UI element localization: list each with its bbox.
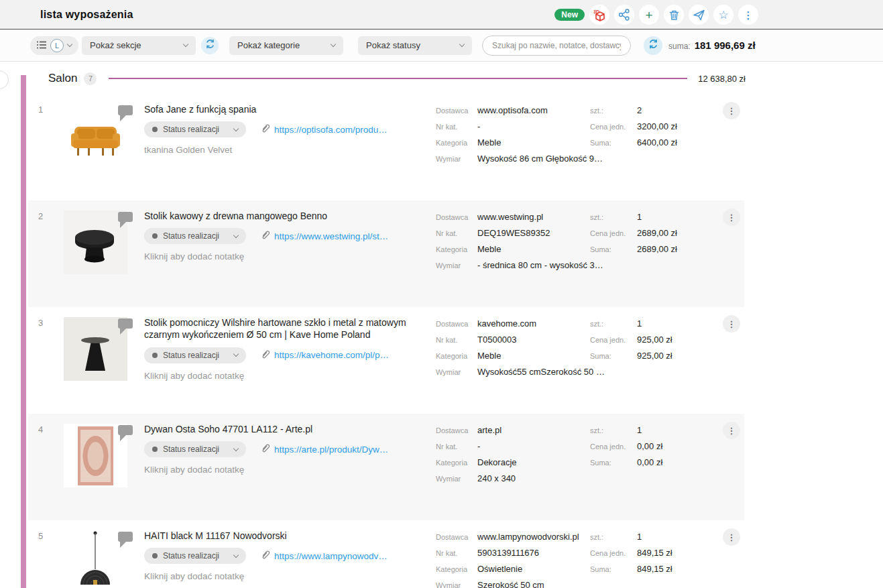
catalog-value: 5903139111676 [477,548,579,558]
item-pricing: szt.: 1 Cena jedn. 2689,00 zł Suma: 2689… [590,212,677,254]
unit-price-value[interactable]: 0,00 zł [637,441,662,451]
category-value: Dekoracje [477,457,517,467]
catalog-value: DEQ19WES89352 [477,228,603,238]
status-label: Status realizacji [163,551,219,561]
refresh-button[interactable] [644,36,662,55]
item-row: 5 HAITI black M 11167 Nowodvorski Status… [28,520,744,588]
item-note[interactable]: tkanina Golden Velvet [144,145,439,155]
item-number: 1 [38,105,43,115]
comment-bubble-icon[interactable] [118,212,133,222]
comment-bubble-icon[interactable] [118,105,133,115]
item-details: Dostawca www.optisofa.com Nr kat. - Kate… [436,105,603,164]
status-dropdown[interactable]: Status realizacji [144,121,246,137]
total-value: 6400,00 zł [637,137,677,148]
supplier-value: arte.pl [477,425,517,435]
status-label: Status realizacji [163,445,219,454]
unit-price-value[interactable]: 3200,00 zł [637,121,677,131]
view-switcher[interactable]: L [30,36,78,55]
unit-price-value[interactable]: 2689,00 zł [637,228,677,238]
list-content: Salon 7 12 638,80 zł 1 Sofa Jane z funkc… [0,68,883,588]
item-link[interactable]: https://www.lampynowodv… [274,551,388,561]
item-link[interactable]: https://optisofa.com/produ… [274,125,388,135]
chevron-down-icon [233,552,239,558]
category-value: Meble [477,351,605,361]
row-menu-button[interactable]: ⋮ [723,528,740,546]
status-dot-icon [152,353,158,358]
sync-sections-button[interactable] [201,37,219,54]
qty-value[interactable]: 1 [637,212,677,222]
unit-price-label: Cena jedn. [590,123,637,131]
item-note[interactable]: Kliknij aby dodać notatkę [144,465,439,475]
share-button[interactable] [614,5,634,25]
status-label: Status realizacji [163,351,219,360]
item-title[interactable]: Dywan Osta Soho 47701 LA112 - Arte.pl [144,423,439,435]
comment-bubble-icon[interactable] [118,318,133,329]
dimensions-label: Wymiar [436,475,477,483]
cube-3d-button[interactable]: 3D [589,5,609,25]
item-main: Stolik pomocniczy Wilshire hartowane szk… [144,316,439,381]
more-button[interactable]: ⋮ [738,5,758,25]
delete-button[interactable] [664,5,684,25]
star-icon: ☆ [718,9,728,21]
total-value: 849,15 zł [637,564,672,574]
item-details: Dostawca www.lampynowodvorski.pl Nr kat.… [436,532,579,588]
catalog-value: - [477,121,603,131]
categories-filter[interactable]: Pokaż kategorie [229,36,343,55]
total-label: Suma: [590,352,637,360]
list-view-icon [37,40,46,52]
qty-value[interactable]: 1 [637,318,672,329]
chevron-down-icon [459,42,465,47]
kebab-menu-icon: ⋮ [744,10,754,20]
comment-bubble-icon[interactable] [118,425,133,435]
row-menu-button[interactable]: ⋮ [723,102,740,119]
item-link[interactable]: https://arte.pl/produkt/Dyw… [274,445,388,455]
section-name[interactable]: Salon [48,72,77,85]
status-dot-icon [152,233,158,239]
item-main: HAITI black M 11167 Nowodvorski Status r… [144,530,439,581]
row-menu-button[interactable]: ⋮ [723,422,740,439]
page-title: lista wyposażenia [40,9,133,21]
item-link[interactable]: https://kavehome.com/pl/p… [274,350,389,360]
status-dropdown[interactable]: Status realizacji [144,441,246,457]
unit-price-value[interactable]: 849,15 zł [637,548,672,558]
unit-price-label: Cena jedn. [590,443,637,451]
unit-price-label: Cena jedn. [590,549,637,557]
search-input[interactable] [482,36,631,56]
status-dropdown[interactable]: Status realizacji [144,548,246,564]
item-note[interactable]: Kliknij aby dodać notatkę [144,371,439,381]
row-menu-button[interactable]: ⋮ [723,315,740,333]
qty-value[interactable]: 1 [637,425,662,435]
qty-label: szt.: [590,533,637,541]
item-note[interactable]: Kliknij aby dodać notatkę [144,571,439,581]
statuses-filter[interactable]: Pokaż statusy [358,36,472,55]
qty-value[interactable]: 2 [637,105,677,115]
section-header: Salon 7 12 638,80 zł [48,68,746,89]
status-dropdown[interactable]: Status realizacji [144,228,246,244]
item-title[interactable]: Sofa Jane z funkcją spania [144,103,439,115]
status-dropdown[interactable]: Status realizacji [144,347,246,363]
send-button[interactable] [689,5,709,25]
item-link[interactable]: https://www.westwing.pl/st… [274,231,388,241]
item-title[interactable]: Stolik pomocniczy Wilshire hartowane szk… [144,316,439,341]
chevron-down-icon [183,42,188,47]
item-title[interactable]: Stolik kawowy z drewna mangowego Benno [144,210,439,222]
qty-label: szt.: [590,426,637,434]
qty-value[interactable]: 1 [637,532,672,542]
collapse-handle[interactable] [0,70,9,89]
dimensions-value: Wysokość 86 cm Głębokość 9… [477,154,603,164]
add-button[interactable]: + [639,5,659,25]
refresh-icon [648,39,658,52]
catalog-value: - [477,441,517,451]
item-title[interactable]: HAITI black M 11167 Nowodvorski [144,530,439,542]
item-main: Stolik kawowy z drewna mangowego Benno S… [144,210,439,261]
sync-icon [205,39,215,52]
comment-bubble-icon[interactable] [118,532,133,542]
favorite-button[interactable]: ☆ [713,5,733,25]
unit-price-value[interactable]: 925,00 zł [637,335,672,345]
item-pricing: szt.: 1 Cena jedn. 849,15 zł Suma: 849,1… [590,532,672,574]
item-note[interactable]: Kliknij aby dodać notatkę [144,251,439,261]
row-menu-button[interactable]: ⋮ [723,209,740,226]
supplier-label: Dostawca [436,533,477,541]
sections-filter[interactable]: Pokaż sekcje [82,36,196,55]
item-details: Dostawca www.westwing.pl Nr kat. DEQ19WE… [436,212,603,270]
